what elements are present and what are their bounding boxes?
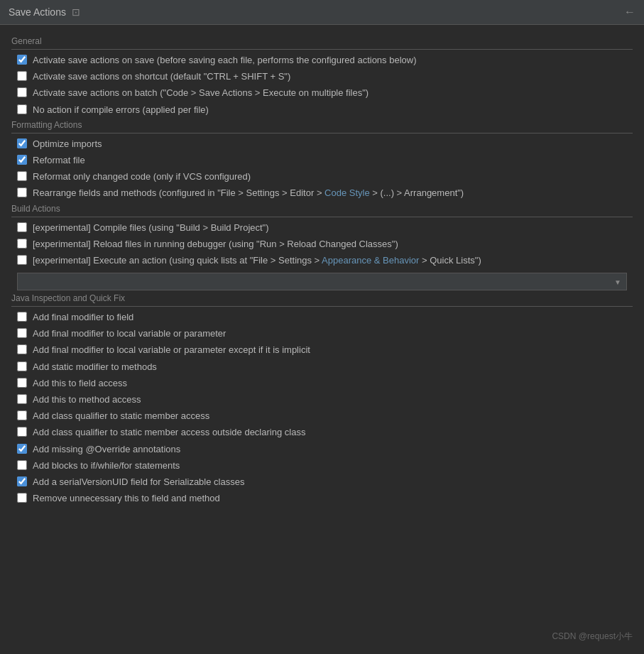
checkbox-add-class-qualifier-label: Add class qualifier to static member acc… [33, 410, 209, 423]
checkbox-activate-save-on-save-input[interactable] [17, 55, 27, 65]
checkbox-add-this-field-label: Add this to field access [33, 377, 127, 390]
checkbox-execute-action-label: [experimental] Execute an action (using … [33, 254, 481, 267]
checkbox-add-class-qualifier-input[interactable] [17, 410, 27, 420]
checkbox-compile-files[interactable]: [experimental] Compile files (using "Bui… [17, 222, 633, 234]
checkbox-add-class-qualifier[interactable]: Add class qualifier to static member acc… [17, 410, 633, 423]
checkbox-add-static-modifier-label: Add static modifier to methods [33, 361, 157, 374]
quick-list-dropdown-container: ▼ [17, 273, 627, 290]
checkbox-remove-unnecessary-this[interactable]: Remove unnecessary this to field and met… [17, 492, 633, 505]
checkbox-reformat-changed-code-label: Reformat only changed code (only if VCS … [33, 170, 251, 183]
checkbox-add-final-local-var-except-label: Add final modifier to local variable or … [33, 344, 310, 356]
checkbox-optimize-imports-label: Optimize imports [33, 138, 102, 151]
checkbox-add-final-local-var[interactable]: Add final modifier to local variable or … [17, 327, 633, 340]
checkbox-add-final-local-var-label: Add final modifier to local variable or … [33, 327, 226, 340]
checkbox-add-this-field-input[interactable] [17, 378, 27, 388]
checkbox-reformat-file-label: Reformat file [33, 154, 85, 167]
checkbox-reformat-changed-code[interactable]: Reformat only changed code (only if VCS … [17, 170, 633, 183]
watermark: CSDN @request小牛 [552, 631, 633, 643]
general-section-label: General [11, 36, 633, 50]
checkbox-reformat-file[interactable]: Reformat file [17, 154, 633, 167]
save-icon[interactable]: ⊡ [72, 6, 80, 18]
checkbox-activate-save-on-save-label: Activate save actions on save (before sa… [33, 54, 417, 67]
checkbox-add-missing-override[interactable]: Add missing @Override annotations [17, 443, 633, 456]
checkbox-add-final-local-var-input[interactable] [17, 328, 27, 338]
checkbox-add-final-local-var-except-input[interactable] [17, 344, 27, 354]
checkbox-activate-save-on-shortcut-input[interactable] [17, 71, 27, 81]
checkbox-add-serial-version-label: Add a serialVersionUID field for Seriali… [33, 476, 244, 489]
checkbox-add-blocks-label: Add blocks to if/while/for statements [33, 459, 180, 472]
checkbox-activate-save-on-shortcut-label: Activate save actions on shortcut (defau… [33, 70, 290, 83]
checkbox-reformat-file-input[interactable] [17, 155, 27, 165]
java-section: Java Inspection and Quick Fix Add final … [11, 293, 633, 505]
checkbox-remove-unnecessary-this-input[interactable] [17, 493, 27, 503]
checkbox-execute-action-input[interactable] [17, 255, 27, 265]
build-section-label: Build Actions [11, 204, 633, 217]
checkbox-activate-save-on-batch-input[interactable] [17, 87, 27, 97]
checkbox-add-blocks[interactable]: Add blocks to if/while/for statements [17, 459, 633, 472]
checkbox-no-action-compile-errors-input[interactable] [17, 104, 27, 114]
checkbox-compile-files-label: [experimental] Compile files (using "Bui… [33, 222, 269, 234]
checkbox-execute-action[interactable]: [experimental] Execute an action (using … [17, 254, 633, 267]
checkbox-add-missing-override-label: Add missing @Override annotations [33, 443, 180, 456]
checkbox-add-class-qualifier-outside-input[interactable] [17, 427, 27, 437]
checkbox-reformat-changed-code-input[interactable] [17, 171, 27, 181]
checkbox-no-action-compile-errors-label: No action if compile errors (applied per… [33, 104, 209, 116]
title-bar-left: Save Actions ⊡ [9, 6, 80, 18]
checkbox-rearrange-fields-methods-input[interactable] [17, 187, 27, 197]
checkbox-add-final-field-input[interactable] [17, 312, 27, 322]
checkbox-add-this-field[interactable]: Add this to field access [17, 377, 633, 390]
checkbox-add-static-modifier[interactable]: Add static modifier to methods [17, 361, 633, 374]
checkbox-reload-files-input[interactable] [17, 239, 27, 249]
checkbox-add-blocks-input[interactable] [17, 460, 27, 470]
page-title: Save Actions [9, 6, 66, 18]
checkbox-compile-files-input[interactable] [17, 222, 27, 232]
checkbox-add-serial-version[interactable]: Add a serialVersionUID field for Seriali… [17, 476, 633, 489]
checkbox-rearrange-fields-methods[interactable]: Rearrange fields and methods (configured… [17, 187, 633, 200]
formatting-section-label: Formatting Actions [11, 120, 633, 133]
checkbox-add-class-qualifier-outside[interactable]: Add class qualifier to static member acc… [17, 426, 633, 439]
checkbox-add-final-field-label: Add final modifier to field [33, 311, 133, 324]
checkbox-reload-files-label: [experimental] Reload files in running d… [33, 238, 398, 251]
general-section: General Activate save actions on save (b… [11, 36, 633, 116]
checkbox-add-class-qualifier-outside-label: Add class qualifier to static member acc… [33, 426, 305, 439]
build-section: Build Actions [experimental] Compile fil… [11, 204, 633, 291]
checkbox-optimize-imports-input[interactable] [17, 138, 27, 148]
checkbox-remove-unnecessary-this-label: Remove unnecessary this to field and met… [33, 492, 220, 505]
checkbox-add-final-local-var-except[interactable]: Add final modifier to local variable or … [17, 344, 633, 356]
title-bar: Save Actions ⊡ ← [0, 0, 644, 25]
checkbox-activate-save-on-save[interactable]: Activate save actions on save (before sa… [17, 54, 633, 67]
java-section-label: Java Inspection and Quick Fix [11, 293, 633, 307]
checkbox-add-this-method-input[interactable] [17, 394, 27, 404]
checkbox-activate-save-on-shortcut[interactable]: Activate save actions on shortcut (defau… [17, 70, 633, 83]
checkbox-add-serial-version-input[interactable] [17, 476, 27, 486]
formatting-section: Formatting Actions Optimize imports Refo… [11, 120, 633, 200]
checkbox-optimize-imports[interactable]: Optimize imports [17, 138, 633, 151]
checkbox-add-static-modifier-input[interactable] [17, 361, 27, 371]
checkbox-add-final-field[interactable]: Add final modifier to field [17, 311, 633, 324]
main-content: General Activate save actions on save (b… [0, 25, 644, 517]
checkbox-reload-files[interactable]: [experimental] Reload files in running d… [17, 238, 633, 251]
dropdown-wrapper: ▼ [17, 273, 627, 290]
checkbox-add-this-method[interactable]: Add this to method access [17, 393, 633, 406]
checkbox-add-this-method-label: Add this to method access [33, 393, 141, 406]
quick-list-dropdown[interactable] [17, 273, 627, 290]
checkbox-add-missing-override-input[interactable] [17, 444, 27, 454]
back-button[interactable]: ← [624, 6, 635, 18]
checkbox-no-action-compile-errors[interactable]: No action if compile errors (applied per… [17, 104, 633, 116]
checkbox-activate-save-on-batch[interactable]: Activate save actions on batch ("Code > … [17, 87, 633, 99]
checkbox-activate-save-on-batch-label: Activate save actions on batch ("Code > … [33, 87, 369, 99]
checkbox-rearrange-fields-methods-label: Rearrange fields and methods (configured… [33, 187, 464, 200]
